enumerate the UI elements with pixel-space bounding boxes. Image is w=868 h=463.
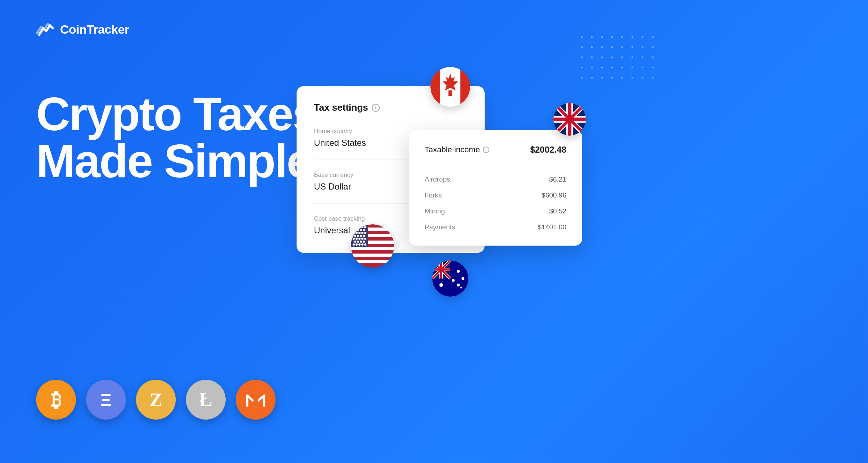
- card-title: Tax settings: [314, 102, 368, 113]
- taxable-income-value: $2002.48: [530, 145, 566, 155]
- taxable-income-label: Taxable income i: [425, 145, 489, 154]
- info-icon[interactable]: i: [372, 104, 380, 112]
- logo-icon: [36, 22, 55, 37]
- svg-point-49: [354, 241, 356, 243]
- svg-point-74: [439, 283, 443, 287]
- svg-point-40: [354, 235, 356, 237]
- svg-point-51: [360, 241, 362, 243]
- airdrops-value: $6.21: [549, 175, 566, 183]
- svg-point-41: [357, 235, 359, 237]
- header: CoinTracker: [36, 22, 129, 37]
- income-info-icon[interactable]: i: [483, 146, 489, 153]
- svg-point-72: [452, 279, 455, 282]
- svg-point-38: [361, 232, 363, 234]
- svg-point-42: [360, 235, 362, 237]
- taxable-income-row: Taxable income i $2002.48: [425, 145, 566, 155]
- coin-zcash: Z: [136, 380, 176, 420]
- flag-canada: [430, 67, 470, 107]
- svg-point-56: [361, 243, 363, 246]
- svg-point-73: [460, 287, 462, 289]
- svg-rect-22: [351, 247, 394, 250]
- hero-section: Crypto Taxes Made Simple: [36, 90, 318, 184]
- svg-point-44: [353, 238, 355, 240]
- forks-value: $600.96: [541, 191, 566, 199]
- svg-point-33: [360, 229, 362, 231]
- svg-rect-23: [351, 254, 394, 257]
- hero-title: Crypto Taxes Made Simple: [36, 90, 318, 184]
- dot-grid: [581, 36, 658, 83]
- svg-point-37: [358, 232, 361, 234]
- svg-point-52: [363, 241, 365, 243]
- payments-value: $1401.00: [538, 223, 566, 231]
- svg-point-70: [461, 277, 464, 280]
- flag-uk: [553, 103, 586, 136]
- svg-point-55: [358, 243, 361, 246]
- mining-row: Mining $0.52: [425, 207, 566, 215]
- svg-point-50: [357, 241, 359, 243]
- svg-point-46: [358, 238, 361, 240]
- coin-bitcoin: ₿: [36, 380, 76, 420]
- svg-point-69: [457, 270, 460, 273]
- svg-point-36: [356, 232, 358, 234]
- svg-point-34: [363, 229, 365, 231]
- payments-row: Payments $1401.00: [425, 223, 566, 231]
- svg-point-43: [363, 235, 365, 237]
- payments-label: Payments: [425, 223, 455, 231]
- airdrops-label: Airdrops: [425, 175, 450, 183]
- svg-point-54: [356, 243, 358, 246]
- svg-rect-7: [448, 90, 452, 96]
- coin-litecoin: Ł: [186, 380, 226, 420]
- svg-point-39: [364, 232, 366, 234]
- svg-point-30: [364, 226, 366, 228]
- svg-point-53: [353, 243, 355, 246]
- forks-row: Forks $600.96: [425, 191, 566, 199]
- crypto-icons-row: ₿ Ξ Z Ł: [36, 380, 276, 420]
- forks-label: Forks: [425, 191, 442, 199]
- hero-line1: Crypto Taxes: [36, 90, 318, 137]
- coin-monero: [236, 380, 276, 420]
- flag-australia: [432, 260, 468, 297]
- airdrops-row: Airdrops $6.21: [425, 175, 566, 183]
- svg-point-1: [253, 399, 258, 404]
- income-divider: [425, 165, 566, 165]
- hero-line2: Made Simple: [36, 137, 318, 184]
- mining-value: $0.52: [549, 207, 566, 215]
- svg-point-47: [361, 238, 363, 240]
- svg-point-48: [364, 238, 366, 240]
- coin-ethereum: Ξ: [86, 380, 126, 420]
- svg-point-71: [457, 284, 460, 286]
- taxable-income-card: Taxable income i $2002.48 Airdrops $6.21…: [409, 130, 582, 246]
- svg-point-45: [356, 238, 358, 240]
- mining-label: Mining: [425, 207, 445, 215]
- svg-point-57: [364, 243, 366, 246]
- flag-usa: [351, 224, 394, 268]
- brand-name: CoinTracker: [60, 22, 129, 37]
